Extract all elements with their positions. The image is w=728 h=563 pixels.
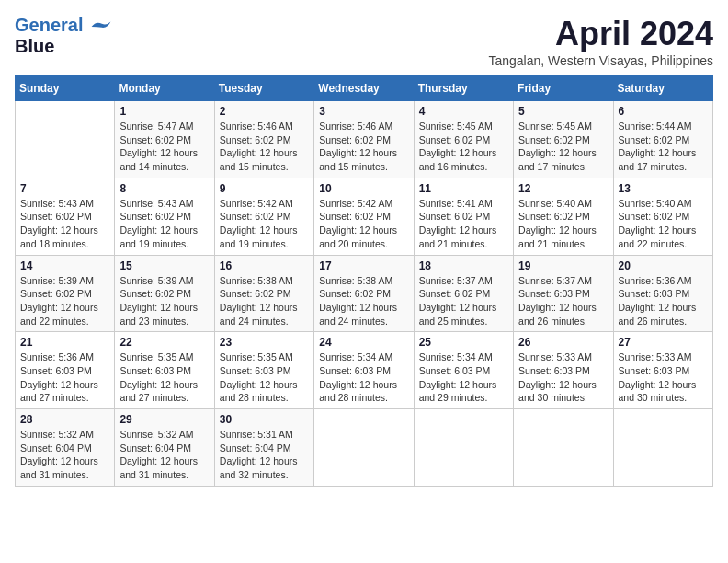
calendar-cell: 6Sunrise: 5:44 AMSunset: 6:02 PMDaylight… [613,101,712,178]
calendar-cell: 21Sunrise: 5:36 AMSunset: 6:03 PMDayligh… [16,332,115,409]
day-number: 10 [319,182,408,195]
week-row-2: 7Sunrise: 5:43 AMSunset: 6:02 PMDaylight… [16,178,713,255]
day-detail: Sunrise: 5:33 AMSunset: 6:03 PMDaylight:… [518,350,608,405]
week-row-1: 1Sunrise: 5:47 AMSunset: 6:02 PMDaylight… [16,101,713,178]
day-detail: Sunrise: 5:40 AMSunset: 6:02 PMDaylight:… [619,197,708,251]
day-detail: Sunrise: 5:45 AMSunset: 6:02 PMDaylight:… [419,120,508,174]
calendar-cell: 11Sunrise: 5:41 AMSunset: 6:02 PMDayligh… [414,178,513,255]
day-number: 1 [119,105,209,118]
calendar-cell: 10Sunrise: 5:42 AMSunset: 6:02 PMDayligh… [314,178,414,255]
title-block: April 2024 Tangalan, Western Visayas, Ph… [488,15,713,68]
calendar-cell: 24Sunrise: 5:34 AMSunset: 6:03 PMDayligh… [314,332,414,409]
day-number: 23 [220,336,309,349]
day-number: 8 [119,182,209,195]
calendar-cell [414,409,513,487]
day-detail: Sunrise: 5:43 AMSunset: 6:02 PMDaylight:… [20,197,109,251]
calendar-cell: 2Sunrise: 5:46 AMSunset: 6:02 PMDaylight… [214,101,313,178]
day-number: 22 [119,336,209,349]
day-number: 28 [20,413,109,426]
day-detail: Sunrise: 5:44 AMSunset: 6:02 PMDaylight:… [619,120,708,174]
day-number: 25 [419,336,508,349]
calendar-cell: 14Sunrise: 5:39 AMSunset: 6:02 PMDayligh… [16,255,115,332]
calendar-cell: 12Sunrise: 5:40 AMSunset: 6:02 PMDayligh… [514,178,613,255]
day-detail: Sunrise: 5:32 AMSunset: 6:04 PMDaylight:… [20,428,109,482]
day-number: 27 [619,336,708,349]
calendar-cell: 22Sunrise: 5:35 AMSunset: 6:03 PMDayligh… [115,332,214,409]
day-detail: Sunrise: 5:40 AMSunset: 6:02 PMDaylight:… [518,197,608,251]
day-detail: Sunrise: 5:34 AMSunset: 6:03 PMDaylight:… [419,350,508,405]
day-number: 12 [518,182,608,195]
calendar-cell [613,409,712,487]
day-detail: Sunrise: 5:38 AMSunset: 6:02 PMDaylight:… [319,274,408,328]
weekday-header-saturday: Saturday [613,76,712,101]
calendar-cell: 28Sunrise: 5:32 AMSunset: 6:04 PMDayligh… [16,409,115,487]
week-row-5: 28Sunrise: 5:32 AMSunset: 6:04 PMDayligh… [16,409,713,487]
calendar-cell: 27Sunrise: 5:33 AMSunset: 6:03 PMDayligh… [613,332,712,409]
day-detail: Sunrise: 5:39 AMSunset: 6:02 PMDaylight:… [119,274,209,328]
day-number: 5 [518,105,608,118]
logo-blue: Blue [15,36,112,57]
month-title: April 2024 [488,15,713,53]
calendar-cell [314,409,414,487]
calendar-cell: 1Sunrise: 5:47 AMSunset: 6:02 PMDaylight… [115,101,214,178]
calendar-table: SundayMondayTuesdayWednesdayThursdayFrid… [15,75,713,487]
logo-bird-icon [90,17,112,36]
day-detail: Sunrise: 5:34 AMSunset: 6:03 PMDaylight:… [319,350,408,405]
calendar-cell: 9Sunrise: 5:42 AMSunset: 6:02 PMDaylight… [214,178,313,255]
day-number: 17 [319,259,408,272]
day-number: 29 [119,413,209,426]
calendar-cell: 23Sunrise: 5:35 AMSunset: 6:03 PMDayligh… [214,332,313,409]
day-detail: Sunrise: 5:35 AMSunset: 6:03 PMDaylight:… [220,350,309,405]
calendar-cell: 17Sunrise: 5:38 AMSunset: 6:02 PMDayligh… [314,255,414,332]
weekday-header-wednesday: Wednesday [314,76,414,101]
day-detail: Sunrise: 5:31 AMSunset: 6:04 PMDaylight:… [220,428,309,482]
day-detail: Sunrise: 5:37 AMSunset: 6:03 PMDaylight:… [518,274,608,328]
calendar-cell [16,101,115,178]
weekday-header-tuesday: Tuesday [214,76,313,101]
calendar-cell: 3Sunrise: 5:46 AMSunset: 6:02 PMDaylight… [314,101,414,178]
day-detail: Sunrise: 5:42 AMSunset: 6:02 PMDaylight:… [319,197,408,251]
day-detail: Sunrise: 5:35 AMSunset: 6:03 PMDaylight:… [119,350,209,405]
calendar-cell: 19Sunrise: 5:37 AMSunset: 6:03 PMDayligh… [514,255,613,332]
logo-general: General [15,15,83,35]
calendar-cell: 26Sunrise: 5:33 AMSunset: 6:03 PMDayligh… [514,332,613,409]
weekday-header-thursday: Thursday [414,76,513,101]
day-number: 30 [220,413,309,426]
calendar-cell: 8Sunrise: 5:43 AMSunset: 6:02 PMDaylight… [115,178,214,255]
calendar-cell [514,409,613,487]
weekday-header-sunday: Sunday [16,76,115,101]
day-number: 9 [220,182,309,195]
day-number: 20 [619,259,708,272]
day-detail: Sunrise: 5:36 AMSunset: 6:03 PMDaylight:… [20,350,109,405]
day-number: 13 [619,182,708,195]
day-detail: Sunrise: 5:46 AMSunset: 6:02 PMDaylight:… [220,120,309,174]
weekday-header-friday: Friday [514,76,613,101]
day-number: 2 [220,105,309,118]
calendar-cell: 13Sunrise: 5:40 AMSunset: 6:02 PMDayligh… [613,178,712,255]
day-detail: Sunrise: 5:39 AMSunset: 6:02 PMDaylight:… [20,274,109,328]
day-number: 11 [419,182,508,195]
day-detail: Sunrise: 5:45 AMSunset: 6:02 PMDaylight:… [518,120,608,174]
day-number: 24 [319,336,408,349]
day-number: 15 [119,259,209,272]
week-row-3: 14Sunrise: 5:39 AMSunset: 6:02 PMDayligh… [16,255,713,332]
calendar-cell: 18Sunrise: 5:37 AMSunset: 6:02 PMDayligh… [414,255,513,332]
day-detail: Sunrise: 5:38 AMSunset: 6:02 PMDaylight:… [220,274,309,328]
day-number: 16 [220,259,309,272]
calendar-cell: 7Sunrise: 5:43 AMSunset: 6:02 PMDaylight… [16,178,115,255]
day-number: 3 [319,105,408,118]
day-detail: Sunrise: 5:42 AMSunset: 6:02 PMDaylight:… [220,197,309,251]
day-detail: Sunrise: 5:33 AMSunset: 6:03 PMDaylight:… [619,350,708,405]
week-row-4: 21Sunrise: 5:36 AMSunset: 6:03 PMDayligh… [16,332,713,409]
calendar-cell: 5Sunrise: 5:45 AMSunset: 6:02 PMDaylight… [514,101,613,178]
calendar-cell: 20Sunrise: 5:36 AMSunset: 6:03 PMDayligh… [613,255,712,332]
day-number: 21 [20,336,109,349]
calendar-cell: 4Sunrise: 5:45 AMSunset: 6:02 PMDaylight… [414,101,513,178]
day-number: 18 [419,259,508,272]
day-number: 14 [20,259,109,272]
day-detail: Sunrise: 5:46 AMSunset: 6:02 PMDaylight:… [319,120,408,174]
day-detail: Sunrise: 5:41 AMSunset: 6:02 PMDaylight:… [419,197,508,251]
day-number: 19 [518,259,608,272]
day-detail: Sunrise: 5:43 AMSunset: 6:02 PMDaylight:… [119,197,209,251]
calendar-cell: 16Sunrise: 5:38 AMSunset: 6:02 PMDayligh… [214,255,313,332]
